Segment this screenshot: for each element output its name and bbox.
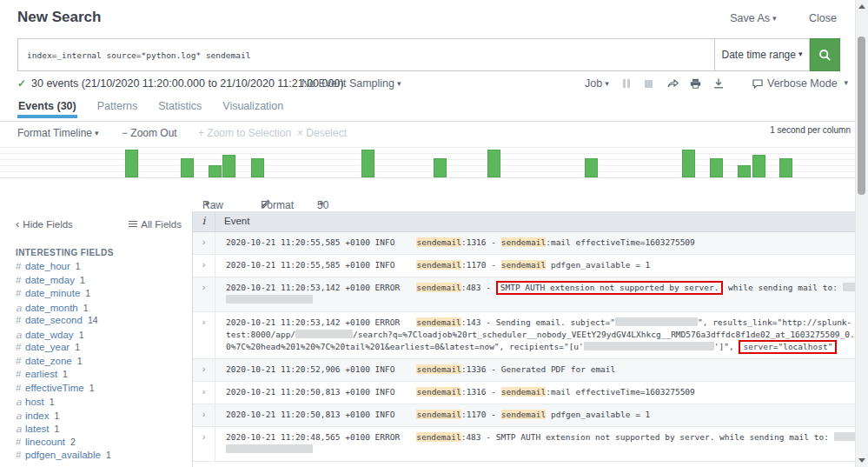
field-date_hour[interactable]: #date_hour1	[16, 261, 111, 275]
success-check-icon: ✓	[17, 77, 26, 90]
field-date_year[interactable]: #date_year1	[16, 342, 111, 356]
field-host[interactable]: ahost1	[16, 396, 111, 410]
highlighted-term[interactable]: sendemail	[501, 237, 546, 247]
timeline-bar[interactable]	[125, 150, 138, 177]
info-column-header: i	[193, 211, 215, 231]
expand-chevron-icon[interactable]: ›	[193, 404, 215, 426]
field-name: date_month	[25, 303, 78, 313]
field-latest[interactable]: alatest1	[16, 423, 111, 437]
field-type-icon: a	[16, 302, 25, 314]
timeline-bar[interactable]	[779, 158, 792, 177]
timeline-bar[interactable]	[738, 165, 751, 177]
event-text: 2020-10-21 11:20:52,906 +0100 INFO	[226, 364, 394, 374]
timeline-bar[interactable]	[361, 150, 374, 177]
all-fields-button[interactable]: All Fields	[129, 219, 182, 230]
field-date_zone[interactable]: #date_zone1	[16, 356, 111, 370]
event-sampling-dropdown[interactable]: No Event Sampling▾	[301, 77, 401, 90]
event-text: :1316 -	[461, 237, 501, 247]
timeline-bar[interactable]	[434, 158, 447, 177]
field-type-icon: #	[16, 288, 25, 298]
field-index[interactable]: aindex1	[16, 410, 111, 424]
chevron-down-icon: ▾	[95, 129, 99, 137]
timeline-bar[interactable]	[710, 158, 723, 177]
deselect-button[interactable]: × Deselect	[297, 127, 347, 139]
tab-statistics[interactable]: Statistics	[157, 96, 202, 118]
field-name: date_minute	[25, 288, 80, 298]
pause-icon[interactable]	[623, 78, 632, 90]
field-date_month[interactable]: adate_month1	[16, 302, 111, 316]
highlighted-term[interactable]: sendemail	[416, 387, 461, 397]
date-range-button[interactable]: Date time range▾	[714, 38, 810, 71]
tab-visualization[interactable]: Visualization	[222, 96, 284, 118]
search-input[interactable]	[17, 38, 714, 71]
vertical-scrollbar[interactable]	[855, 0, 868, 467]
timeline-bar[interactable]	[752, 155, 765, 177]
search-mode-dropdown[interactable]: Verbose Mode▾	[752, 77, 848, 90]
search-icon	[818, 49, 832, 62]
highlighted-term[interactable]: sendemail	[416, 283, 461, 292]
red-annotation-box: server="localhost"	[739, 340, 837, 354]
chevron-down-icon: ▾	[798, 50, 803, 58]
event-count-text: 30 events (21/10/2020 11:20:00.000 to 21…	[31, 77, 344, 90]
job-dropdown[interactable]: Job▾	[585, 77, 609, 90]
field-count: 1	[55, 410, 60, 421]
download-icon[interactable]	[713, 78, 724, 89]
search-button[interactable]	[810, 38, 840, 71]
timeline-bar[interactable]	[209, 165, 222, 177]
expand-chevron-icon[interactable]: ›	[193, 427, 215, 461]
expand-chevron-icon[interactable]: ›	[193, 232, 215, 254]
field-effectiveTime[interactable]: #effectiveTime1	[16, 383, 111, 397]
save-as-button[interactable]: Save As▾	[730, 12, 776, 24]
event-timeline-chart	[0, 144, 856, 178]
field-type-icon: a	[16, 329, 25, 341]
highlighted-term[interactable]: sendemail	[501, 260, 546, 270]
tab-events-30[interactable]: Events (30)	[17, 96, 77, 118]
timeline-bar[interactable]	[487, 150, 500, 177]
field-earliest[interactable]: #earliest1	[16, 369, 111, 383]
scroll-up-icon[interactable]	[858, 4, 865, 9]
event-row: ›2020-10-21 11:20:50,813 +0100 INFOsende…	[193, 382, 856, 404]
close-button[interactable]: Close	[809, 12, 837, 24]
zoom-to-selection-button[interactable]: + Zoom to Selection	[198, 127, 291, 139]
event-column-header: Event	[215, 211, 249, 231]
highlighted-term[interactable]: sendemail	[416, 364, 461, 374]
highlighted-term[interactable]: sendemail	[416, 260, 461, 270]
scroll-down-icon[interactable]	[858, 458, 865, 463]
timeline-bar[interactable]	[251, 158, 264, 177]
field-date_mday[interactable]: #date_mday1	[16, 275, 111, 289]
highlighted-term[interactable]: sendemail	[416, 317, 461, 327]
highlighted-term[interactable]: sendemail	[501, 387, 546, 397]
events-table: i Event ›2020-10-21 11:20:55,585 +0100 I…	[193, 211, 856, 467]
timeline-bar[interactable]	[181, 158, 194, 177]
expand-chevron-icon[interactable]: ›	[193, 382, 215, 404]
event-text: :483 - SMTP AUTH extension not supported…	[461, 432, 834, 442]
stop-icon[interactable]	[645, 78, 653, 90]
expand-chevron-icon[interactable]: ›	[193, 255, 215, 277]
red-annotation-box: SMTP AUTH extension not supported by ser…	[496, 281, 724, 295]
expand-chevron-icon[interactable]: ›	[193, 359, 215, 381]
field-date_minute[interactable]: #date_minute1	[16, 288, 111, 302]
timeline-scale-note: 1 second per column	[770, 125, 851, 135]
highlighted-term[interactable]: sendemail	[416, 432, 461, 442]
field-date_second[interactable]: #date_second14	[16, 315, 111, 329]
highlighted-term[interactable]: sendemail	[416, 237, 461, 247]
share-icon[interactable]	[667, 78, 679, 89]
timeline-bar[interactable]	[222, 155, 235, 177]
highlighted-term[interactable]: sendemail	[501, 410, 546, 419]
timeline-bar[interactable]	[682, 150, 695, 177]
print-icon[interactable]	[690, 78, 701, 89]
redacted-block	[615, 317, 698, 326]
scrollbar-thumb[interactable]	[858, 37, 865, 195]
field-pdfgen_available[interactable]: #pdfgen_available1	[16, 450, 111, 464]
field-linecount[interactable]: #linecount2	[16, 437, 111, 450]
field-name: date_mday	[25, 275, 75, 285]
expand-chevron-icon[interactable]: ›	[193, 312, 215, 358]
timeline-bar[interactable]	[585, 158, 598, 177]
format-timeline-dropdown[interactable]: Format Timeline▾	[17, 127, 99, 139]
tab-patterns[interactable]: Patterns	[96, 96, 139, 118]
expand-chevron-icon[interactable]: ›	[193, 277, 215, 311]
zoom-out-button[interactable]: − Zoom Out	[122, 127, 177, 139]
field-date_wday[interactable]: adate_wday1	[16, 329, 111, 343]
highlighted-term[interactable]: sendemail	[416, 410, 461, 419]
hide-fields-button[interactable]: ‹Hide Fields	[16, 219, 73, 230]
